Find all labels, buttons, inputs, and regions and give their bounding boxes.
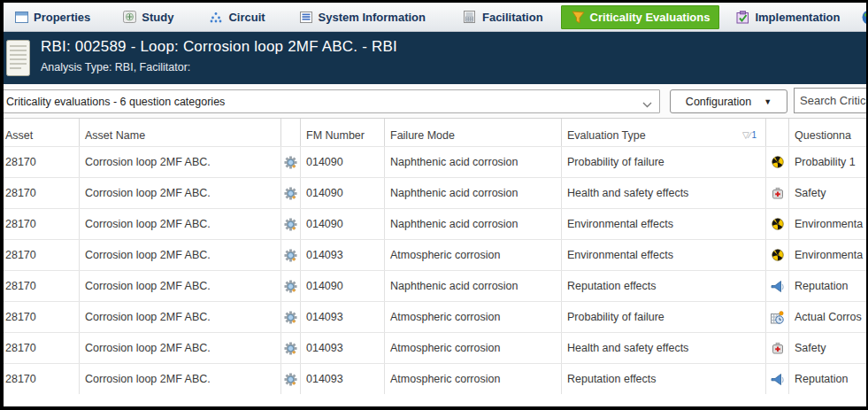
gear-icon[interactable] (281, 333, 301, 363)
fm-number-cell: 014090 (301, 147, 385, 177)
tab-label: Circuit (228, 11, 265, 24)
asset-name-cell: Corrosion loop 2MF ABC. (80, 178, 281, 208)
funnel-gold-icon (571, 11, 585, 24)
tab-bar: Properties Study Circuit System Informat… (0, 0, 868, 32)
asset-name-cell: Corrosion loop 2MF ABC. (80, 147, 281, 177)
table-row[interactable]: 28170Corrosion loop 2MF ABC.014090Naphth… (0, 177, 868, 208)
table-row[interactable]: 28170Corrosion loop 2MF ABC.014093Atmosp… (0, 332, 868, 363)
asset-cell: 28170 (0, 240, 80, 270)
tab-criticality-evaluations[interactable]: Criticality Evaluations (561, 5, 720, 29)
table-row[interactable]: 28170Corrosion loop 2MF ABC.014093Atmosp… (0, 301, 868, 332)
evaluation-type-cell: Reputation effects (562, 271, 766, 301)
questionnaire-cell: Reputation (789, 364, 868, 394)
radiation-icon (766, 147, 789, 177)
column-header-asset-name[interactable]: Asset Name (80, 119, 281, 146)
evaluations-grid: Asset Asset Name FM Number Failure Mode … (0, 118, 868, 394)
study-icon (122, 11, 136, 24)
column-header-asset[interactable]: Asset (0, 119, 80, 146)
gear-icon[interactable] (281, 147, 301, 177)
form-doc-icon (463, 11, 477, 24)
asset-cell: 28170 (0, 147, 80, 177)
clipboard-check-icon (735, 11, 749, 24)
tab-properties[interactable]: Properties (5, 5, 99, 29)
gear-icon[interactable] (281, 178, 301, 208)
tab-study[interactable]: Study (113, 5, 182, 29)
gear-icon[interactable] (281, 364, 301, 394)
asset-cell: 28170 (0, 302, 80, 332)
asset-name-cell: Corrosion loop 2MF ABC. (80, 333, 281, 363)
tab-label: Criticality Evaluations (590, 11, 711, 24)
view-selector-value: Criticality evaluations - 6 question cat… (6, 96, 225, 108)
configuration-button[interactable]: Configuration ▼ (670, 89, 787, 113)
evaluation-type-cell: Reputation effects (562, 364, 766, 394)
corrosion-rate-icon (766, 302, 789, 332)
tab-circuit[interactable]: Circuit (200, 5, 273, 29)
gear-icon[interactable] (281, 271, 301, 301)
megaphone-icon (766, 271, 789, 301)
tab-implementation[interactable]: Implementation (726, 5, 849, 29)
questionnaire-cell: Actual Corros (789, 302, 868, 332)
table-row[interactable]: 28170Corrosion loop 2MF ABC.014093Atmosp… (0, 363, 868, 394)
table-row[interactable]: 28170Corrosion loop 2MF ABC.014090Naphth… (0, 270, 868, 301)
filter-sort-indicator[interactable]: ▽∕ 1 (742, 130, 764, 140)
fm-number-cell: 014090 (301, 178, 385, 208)
tab-system-information[interactable]: System Information (290, 5, 434, 29)
caret-down-icon: ▼ (764, 97, 772, 106)
column-header-row-icon[interactable] (281, 119, 301, 146)
tab-label: Properties (34, 11, 90, 24)
chevron-down-icon (642, 98, 652, 104)
asset-name-cell: Corrosion loop 2MF ABC. (80, 271, 281, 301)
failure-mode-cell: Atmospheric corrosion (385, 333, 562, 363)
table-row[interactable]: 28170Corrosion loop 2MF ABC.014090Naphth… (0, 146, 868, 177)
gear-icon[interactable] (281, 302, 301, 332)
document-icon (6, 40, 33, 81)
column-header-evaluation-type[interactable]: Evaluation Type ▽∕ 1 (562, 119, 766, 146)
tab-label: Implementation (755, 11, 840, 24)
app-window: Properties Study Circuit System Informat… (0, 0, 868, 410)
evaluation-type-cell: Probability of failure (562, 147, 766, 177)
tab-label: Facilitation (482, 11, 543, 24)
evaluation-type-cell: Probability of failure (562, 302, 766, 332)
evaluation-type-cell: Health and safety effects (562, 178, 766, 208)
asset-cell: 28170 (0, 333, 80, 363)
radiation-icon (766, 209, 789, 239)
asset-name-cell: Corrosion loop 2MF ABC. (80, 240, 281, 270)
column-header-fm-number[interactable]: FM Number (301, 119, 385, 146)
questionnaire-cell: Safety (789, 333, 868, 363)
tab-facilitation[interactable]: Facilitation (454, 5, 552, 29)
window-icon (14, 11, 28, 24)
search-input[interactable] (794, 88, 868, 113)
page-subtitle: Analysis Type: RBI, Facilitator: (41, 61, 190, 73)
asset-cell: 28170 (0, 209, 80, 239)
toolbar: Criticality evaluations - 6 question cat… (0, 84, 868, 118)
failure-mode-cell: Atmospheric corrosion (385, 240, 562, 270)
questionnaire-cell: Reputation (789, 271, 868, 301)
bottom-strip (0, 394, 868, 410)
first-aid-icon (766, 333, 789, 363)
column-header-questionnaire[interactable]: Questionna (789, 119, 868, 146)
failure-mode-cell: Atmospheric corrosion (385, 364, 562, 394)
gear-icon[interactable] (281, 240, 301, 270)
table-row[interactable]: 28170Corrosion loop 2MF ABC.014093Atmosp… (0, 239, 868, 270)
questionnaire-cell: Environmenta (789, 209, 868, 239)
table-row[interactable]: 28170Corrosion loop 2MF ABC.014090Naphth… (0, 208, 868, 239)
column-header-label: Evaluation Type (567, 129, 646, 142)
configuration-label: Configuration (686, 96, 751, 108)
circuit-dots-icon (209, 11, 223, 24)
grid-header-row: Asset Asset Name FM Number Failure Mode … (0, 118, 868, 146)
globe-icon[interactable] (862, 10, 868, 25)
failure-mode-cell: Atmospheric corrosion (385, 302, 562, 332)
asset-name-cell: Corrosion loop 2MF ABC. (80, 302, 281, 332)
column-header-failure-mode[interactable]: Failure Mode (385, 119, 562, 146)
evaluation-type-cell: Environmental effects (562, 240, 766, 270)
asset-name-cell: Corrosion loop 2MF ABC. (80, 209, 281, 239)
gear-icon[interactable] (281, 209, 301, 239)
failure-mode-cell: Naphthenic acid corrosion (385, 209, 562, 239)
view-selector-dropdown[interactable]: Criticality evaluations - 6 question cat… (1, 89, 660, 113)
questionnaire-cell: Safety (789, 178, 868, 208)
questionnaire-cell: Probability 1 (789, 147, 868, 177)
fm-number-cell: 014093 (301, 333, 385, 363)
column-header-type-icon[interactable] (766, 119, 789, 146)
failure-mode-cell: Naphthenic acid corrosion (385, 271, 562, 301)
asset-cell: 28170 (0, 364, 80, 394)
